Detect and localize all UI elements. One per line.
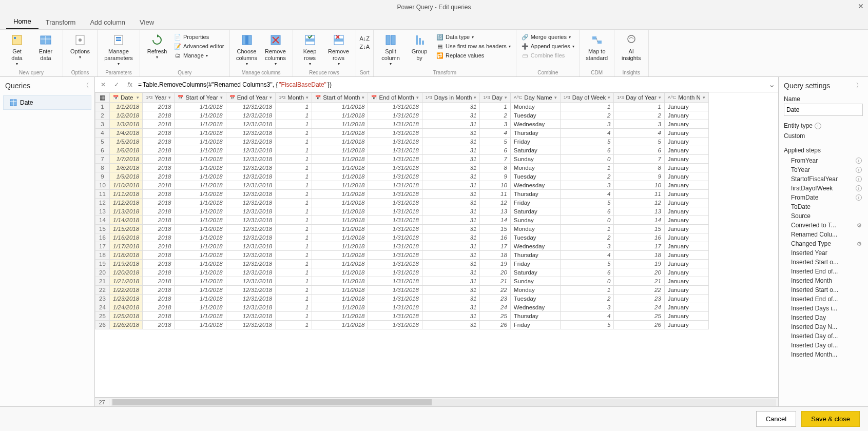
cell[interactable]: Saturday — [510, 268, 560, 277]
row-number[interactable]: 4 — [95, 129, 110, 138]
cell[interactable]: 1 — [560, 225, 614, 233]
applied-step[interactable]: Inserted Month... — [784, 350, 863, 359]
cell[interactable]: 2018 — [143, 268, 175, 277]
cell[interactable]: 1/4/2018 — [110, 129, 143, 138]
cell[interactable]: 1 — [276, 146, 312, 155]
row-number[interactable]: 5 — [95, 138, 110, 146]
cell[interactable]: 1/31/2018 — [368, 181, 422, 190]
remove-columns-button[interactable]: Remove columns▾ — [262, 31, 290, 69]
cell[interactable]: 1 — [276, 268, 312, 277]
cell[interactable]: 15 — [480, 225, 510, 233]
cell[interactable]: 9 — [614, 172, 664, 181]
cell[interactable]: 2018 — [143, 242, 175, 251]
cell[interactable]: 25 — [614, 312, 664, 321]
cell[interactable]: 0 — [560, 277, 614, 286]
cell[interactable]: 1 — [560, 164, 614, 172]
cell[interactable]: 12/31/2018 — [226, 216, 275, 225]
cell[interactable]: Sunday — [510, 155, 560, 164]
cell[interactable]: Wednesday — [510, 181, 560, 190]
cell[interactable]: 31 — [422, 286, 480, 295]
cell[interactable]: January — [664, 120, 708, 129]
cell[interactable]: 1/1/2018 — [175, 277, 226, 286]
cell[interactable]: 1/31/2018 — [368, 120, 422, 129]
cell[interactable]: 1/24/2018 — [110, 303, 143, 312]
cell[interactable]: 12 — [614, 199, 664, 207]
cell[interactable]: 1/3/2018 — [110, 120, 143, 129]
cell[interactable]: 1/1/2018 — [175, 103, 226, 111]
cell[interactable]: 1 — [560, 286, 614, 295]
applied-step[interactable]: Inserted Month — [784, 276, 863, 285]
cell[interactable]: 1/31/2018 — [368, 155, 422, 164]
cell[interactable]: 15 — [614, 225, 664, 233]
cell[interactable]: 1/18/2018 — [110, 251, 143, 260]
cell[interactable]: 10 — [480, 181, 510, 190]
cell[interactable]: Monday — [510, 103, 560, 111]
row-number[interactable]: 24 — [95, 303, 110, 312]
cell[interactable]: 25 — [480, 312, 510, 321]
cell[interactable]: 1/2/2018 — [110, 111, 143, 120]
info-icon[interactable]: i — [856, 176, 862, 182]
cell[interactable]: 1/12/2018 — [110, 199, 143, 207]
cell[interactable]: 1/26/2018 — [110, 321, 143, 329]
cell[interactable]: Tuesday — [510, 111, 560, 120]
row-number[interactable]: 12 — [95, 199, 110, 207]
cell[interactable]: 1/1/2018 — [312, 181, 368, 190]
cell[interactable]: 1/31/2018 — [368, 233, 422, 242]
row-number[interactable]: 3 — [95, 120, 110, 129]
formula-input[interactable]: = Table.RemoveColumns(#"Renamed Columns3… — [138, 81, 765, 88]
row-number[interactable]: 17 — [95, 242, 110, 251]
applied-step[interactable]: Inserted End of... — [784, 267, 863, 276]
cell[interactable]: 1/11/2018 — [110, 190, 143, 199]
column-header[interactable]: 1²3Month▾ — [276, 93, 312, 103]
cell[interactable]: 1/1/2018 — [175, 251, 226, 260]
cell[interactable]: 12 — [480, 199, 510, 207]
data-grid[interactable]: ▦📅Date▾1²3Year▾📅Start of Year▾📅End of Ye… — [95, 92, 778, 397]
column-header[interactable]: 1²3Day of Week▾ — [560, 93, 614, 103]
cell[interactable]: 3 — [560, 181, 614, 190]
cell[interactable]: 2 — [480, 111, 510, 120]
row-number[interactable]: 11 — [95, 190, 110, 199]
cell[interactable]: 2018 — [143, 155, 175, 164]
cell[interactable]: 17 — [480, 242, 510, 251]
cell[interactable]: 1/15/2018 — [110, 225, 143, 233]
cell[interactable]: Sunday — [510, 277, 560, 286]
cell[interactable]: 1/1/2018 — [312, 207, 368, 216]
cell[interactable]: 2 — [560, 111, 614, 120]
cell[interactable]: 18 — [614, 251, 664, 260]
cell[interactable]: 1/1/2018 — [175, 120, 226, 129]
cell[interactable]: 1/1/2018 — [312, 277, 368, 286]
cell[interactable]: 2018 — [143, 216, 175, 225]
cell[interactable]: 2018 — [143, 146, 175, 155]
cell[interactable]: 1/1/2018 — [175, 138, 226, 146]
cell[interactable]: 2018 — [143, 251, 175, 260]
cell[interactable]: 1/31/2018 — [368, 172, 422, 181]
cell[interactable]: 1/1/2018 — [312, 268, 368, 277]
cell[interactable]: 1/31/2018 — [368, 207, 422, 216]
remove-rows-button[interactable]: Remove rows▾ — [325, 31, 353, 69]
cell[interactable]: January — [664, 111, 708, 120]
cell[interactable]: 12/31/2018 — [226, 286, 275, 295]
column-header[interactable]: 1²3Day of Year▾ — [614, 93, 664, 103]
filter-icon[interactable]: ▾ — [703, 95, 705, 100]
cell[interactable]: 1/1/2018 — [175, 268, 226, 277]
column-header[interactable]: 1²3Days in Month▾ — [422, 93, 480, 103]
cell[interactable]: 1/1/2018 — [175, 242, 226, 251]
options-button[interactable]: Options▾ — [66, 31, 94, 62]
cell[interactable]: 2018 — [143, 286, 175, 295]
cell[interactable]: 31 — [422, 225, 480, 233]
cell[interactable]: 1 — [276, 181, 312, 190]
column-header[interactable]: 📅Start of Month▾ — [312, 93, 368, 103]
cell[interactable]: 1/8/2018 — [110, 164, 143, 172]
cell[interactable]: 1/1/2018 — [175, 216, 226, 225]
cell[interactable]: 2018 — [143, 190, 175, 199]
cell[interactable]: 24 — [614, 303, 664, 312]
cell[interactable]: 1/1/2018 — [175, 295, 226, 303]
cell[interactable]: 6 — [560, 146, 614, 155]
cell[interactable]: 4 — [560, 129, 614, 138]
cell[interactable]: 12/31/2018 — [226, 242, 275, 251]
cell[interactable]: 1/22/2018 — [110, 286, 143, 295]
cell[interactable]: 1/1/2018 — [312, 172, 368, 181]
query-name-input[interactable] — [784, 104, 863, 116]
cell[interactable]: 1/31/2018 — [368, 251, 422, 260]
applied-step[interactable]: Changed Type⚙ — [784, 239, 863, 248]
